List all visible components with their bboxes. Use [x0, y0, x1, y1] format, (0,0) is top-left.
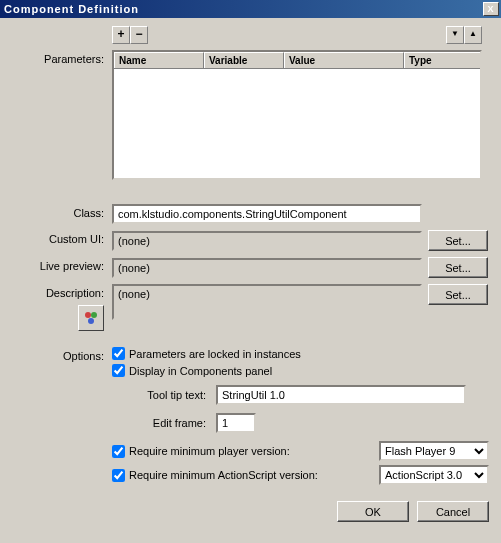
req-as-checkbox[interactable] [112, 469, 125, 482]
move-up-button[interactable]: ▲ [464, 26, 482, 44]
col-variable[interactable]: Variable [204, 52, 284, 68]
svg-point-1 [91, 312, 97, 318]
req-player-label: Require minimum player version: [129, 445, 290, 457]
description-field: (none) [112, 284, 422, 320]
locked-checkbox[interactable] [112, 347, 125, 360]
tooltip-input[interactable] [216, 385, 466, 405]
parameters-label: Parameters: [12, 50, 112, 65]
req-player-checkbox[interactable] [112, 445, 125, 458]
display-panel-label: Display in Components panel [129, 365, 272, 377]
tooltip-label: Tool tip text: [132, 389, 212, 401]
close-button[interactable]: X [483, 2, 499, 16]
ok-button[interactable]: OK [337, 501, 409, 522]
titlebar: Component Definition X [0, 0, 501, 18]
options-label: Options: [12, 347, 112, 362]
description-icon-button[interactable] [78, 305, 104, 331]
add-param-button[interactable]: + [112, 26, 130, 44]
display-panel-checkbox[interactable] [112, 364, 125, 377]
description-set-button[interactable]: Set... [428, 284, 488, 305]
live-preview-set-button[interactable]: Set... [428, 257, 488, 278]
edit-frame-input[interactable] [216, 413, 256, 433]
svg-point-2 [88, 318, 94, 324]
move-down-button[interactable]: ▼ [446, 26, 464, 44]
custom-ui-set-button[interactable]: Set... [428, 230, 488, 251]
table-header: Name Variable Value Type [114, 52, 480, 69]
component-icon [83, 310, 99, 326]
description-label: Description: [46, 287, 104, 299]
col-type[interactable]: Type [404, 52, 480, 68]
player-select[interactable]: Flash Player 9 [379, 441, 489, 461]
locked-label: Parameters are locked in instances [129, 348, 301, 360]
edit-frame-label: Edit frame: [132, 417, 212, 429]
window-title: Component Definition [4, 3, 139, 15]
class-label: Class: [12, 204, 112, 219]
cancel-button[interactable]: Cancel [417, 501, 489, 522]
class-input[interactable] [112, 204, 422, 224]
as-select[interactable]: ActionScript 3.0 [379, 465, 489, 485]
col-name[interactable]: Name [114, 52, 204, 68]
remove-param-button[interactable]: − [130, 26, 148, 44]
live-preview-label: Live preview: [12, 257, 112, 272]
svg-point-0 [85, 312, 91, 318]
req-as-label: Require minimum ActionScript version: [129, 469, 318, 481]
custom-ui-label: Custom UI: [12, 230, 112, 245]
col-value[interactable]: Value [284, 52, 404, 68]
dialog-content: + − ▼ ▲ Parameters: Name Variable Value … [0, 18, 501, 534]
live-preview-field: (none) [112, 258, 422, 278]
custom-ui-field: (none) [112, 231, 422, 251]
parameters-table[interactable]: Name Variable Value Type [112, 50, 482, 180]
